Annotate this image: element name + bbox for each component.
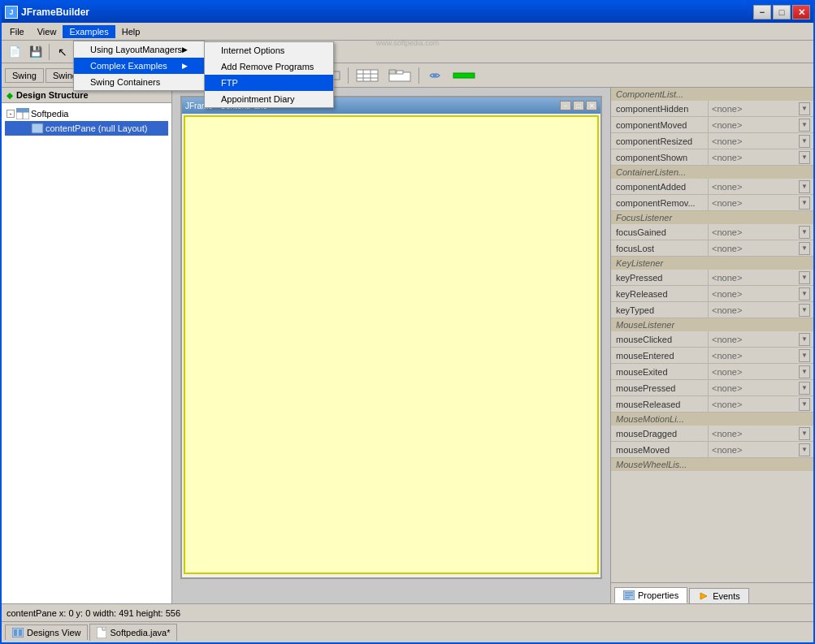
prop-value-mouse-moved: <none> ▼: [709, 442, 813, 457]
bottom-design-tabs: Designs View Softpedia.java*: [2, 621, 813, 642]
focus-listener-header: FocusListener: [611, 211, 813, 224]
menu-file[interactable]: File: [3, 25, 31, 38]
events-tab[interactable]: Events: [689, 588, 749, 603]
new-button[interactable]: 📄: [5, 43, 24, 61]
close-button[interactable]: ✕: [792, 5, 810, 19]
prop-row-mouse-entered: mouseEntered <none> ▼: [611, 348, 813, 364]
inner-frame-buttons: − □ ✕: [560, 101, 597, 110]
complex-examples-item[interactable]: Complex Examples ▶: [74, 58, 204, 74]
prop-row-mouse-exited: mouseExited <none> ▼: [611, 364, 813, 380]
diamond-icon: ◆: [7, 91, 13, 100]
dropdown-mouse-clicked[interactable]: ▼: [799, 333, 810, 346]
status-bar: contentPane x: 0 y: 0 width: 491 height:…: [2, 603, 813, 621]
prop-name-component-added: componentAdded: [611, 179, 709, 194]
inner-restore-btn[interactable]: □: [573, 101, 584, 110]
key-listener-header: KeyListener: [611, 257, 813, 270]
using-layout-managers-item[interactable]: Using LayoutManagers ▶: [74, 41, 204, 58]
svg-rect-12: [357, 70, 378, 81]
menu-help[interactable]: Help: [115, 25, 147, 38]
right-panel-bottom-tabs: Properties Events: [611, 582, 813, 603]
dropdown-key-typed[interactable]: ▼: [799, 304, 810, 317]
prop-name-component-hidden: componentHidden: [611, 101, 709, 116]
prop-value-component-added: <none> ▼: [709, 179, 813, 194]
prop-name-mouse-dragged: mouseDragged: [611, 426, 709, 441]
svg-rect-25: [32, 123, 43, 133]
java-file-tab[interactable]: Softpedia.java*: [89, 624, 177, 641]
comp-btn-link[interactable]: [423, 68, 447, 83]
dropdown-component-moved[interactable]: ▼: [799, 119, 810, 132]
submenu-arrow-complex: ▶: [182, 62, 188, 70]
comp-btn-tabbed[interactable]: [384, 67, 415, 84]
svg-rect-24: [16, 108, 29, 112]
prop-row-key-typed: keyTyped <none> ▼: [611, 302, 813, 318]
dropdown-mouse-pressed[interactable]: ▼: [799, 382, 810, 395]
dropdown-mouse-exited[interactable]: ▼: [799, 365, 810, 378]
dropdown-mouse-entered[interactable]: ▼: [799, 349, 810, 362]
prop-name-key-typed: keyTyped: [611, 302, 709, 318]
new-icon: 📄: [8, 45, 21, 58]
minimize-button[interactable]: −: [753, 5, 771, 19]
designs-view-label: Designs View: [27, 628, 80, 638]
dropdown-focus-gained[interactable]: ▼: [799, 226, 810, 239]
prop-row-component-shown: componentShown <none> ▼: [611, 149, 813, 166]
internet-options-item[interactable]: Internet Options: [205, 42, 333, 58]
tree-item-content-pane[interactable]: contentPane (null Layout): [5, 121, 168, 136]
comp-btn-green-bar[interactable]: [449, 68, 479, 83]
restore-button[interactable]: □: [773, 5, 791, 19]
expand-softpedia[interactable]: -: [7, 110, 15, 118]
comp-btn-grid[interactable]: [352, 67, 383, 84]
cursor-button[interactable]: ↖: [53, 43, 72, 61]
dropdown-component-shown[interactable]: ▼: [799, 151, 810, 164]
menu-bar: File View Examples Help Using LayoutMana…: [2, 23, 813, 41]
inner-close-btn[interactable]: ✕: [586, 101, 597, 110]
dropdown-component-resized[interactable]: ▼: [799, 135, 810, 148]
green-bar-icon: [453, 70, 475, 81]
prop-value-mouse-pressed: <none> ▼: [709, 380, 813, 395]
toolbar-sep-1: [49, 44, 50, 60]
dropdown-mouse-released[interactable]: ▼: [799, 398, 810, 411]
properties-icon: [623, 590, 635, 600]
svg-rect-18: [389, 70, 396, 74]
dropdown-mouse-moved[interactable]: ▼: [799, 443, 810, 456]
swing-tab[interactable]: Swing: [5, 68, 44, 83]
add-remove-programs-item[interactable]: Add Remove Programs: [205, 58, 333, 75]
dropdown-focus-lost[interactable]: ▼: [799, 242, 810, 255]
dropdown-component-remove[interactable]: ▼: [799, 197, 810, 210]
svg-rect-20: [453, 73, 475, 78]
component-list-header: ComponentList...: [611, 88, 813, 101]
dropdown-key-released[interactable]: ▼: [799, 287, 810, 300]
ftp-item[interactable]: FTP: [205, 75, 333, 91]
save-button[interactable]: 💾: [26, 43, 46, 61]
prop-row-focus-lost: focusLost <none> ▼: [611, 240, 813, 257]
prop-row-mouse-released: mouseReleased <none> ▼: [611, 396, 813, 413]
menu-examples[interactable]: Examples: [63, 25, 115, 38]
svg-rect-19: [397, 71, 403, 74]
designs-view-icon: [12, 628, 24, 638]
title-buttons: − □ ✕: [753, 5, 810, 19]
dropdown-component-hidden[interactable]: ▼: [799, 102, 810, 115]
dropdown-key-pressed[interactable]: ▼: [799, 271, 810, 284]
cursor-icon: ↖: [58, 45, 67, 58]
prop-row-mouse-pressed: mousePressed <none> ▼: [611, 380, 813, 396]
right-panel-scroll[interactable]: ComponentList... componentHidden <none> …: [611, 88, 813, 582]
softpedia-label: Softpedia: [31, 109, 68, 119]
table-icon: [16, 108, 29, 119]
tabbed-icon: [388, 69, 411, 82]
prop-row-focus-gained: focusGained <none> ▼: [611, 224, 813, 240]
prop-value-mouse-dragged: <none> ▼: [709, 426, 813, 441]
inner-minimize-btn[interactable]: −: [560, 101, 571, 110]
tree-item-softpedia[interactable]: - Softpedia: [5, 106, 168, 121]
grid-icon: [356, 69, 379, 82]
mouse-listener-header: MouseListener: [611, 318, 813, 331]
prop-row-component-moved: componentMoved <none> ▼: [611, 117, 813, 133]
menu-view[interactable]: View: [31, 25, 63, 38]
properties-tab[interactable]: Properties: [614, 587, 687, 603]
dropdown-mouse-dragged[interactable]: ▼: [799, 427, 810, 440]
swing-containers-item[interactable]: Swing Containers: [74, 74, 204, 90]
prop-value-key-typed: <none> ▼: [709, 302, 813, 318]
designs-view-tab[interactable]: Designs View: [5, 625, 88, 640]
svg-rect-33: [19, 629, 22, 636]
dropdown-component-added[interactable]: ▼: [799, 180, 810, 193]
complex-submenu: Internet Options Add Remove Programs FTP…: [204, 41, 334, 108]
appointment-diary-item[interactable]: Appointment Diary: [205, 91, 333, 107]
